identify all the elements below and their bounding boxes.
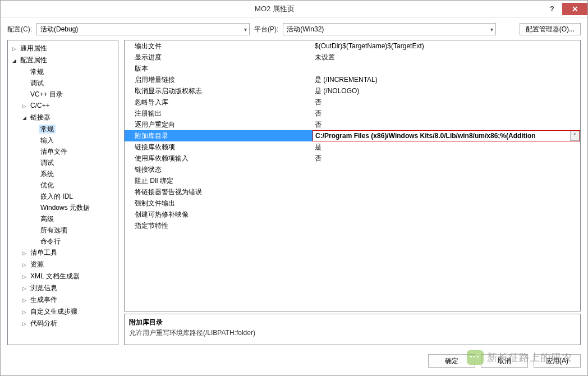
tree-node[interactable]: 常规 xyxy=(9,123,117,135)
property-value xyxy=(313,186,580,197)
property-value: 是 (/NOLOGO) xyxy=(313,85,580,96)
property-row[interactable]: 输出文件$(OutDir)$(TargetName)$(TargetExt) xyxy=(125,40,580,52)
property-row[interactable]: 启用增量链接是 (/INCREMENTAL) xyxy=(125,74,580,85)
tree-node[interactable]: ▷资源 xyxy=(9,259,117,270)
property-row[interactable]: 指定节特性 xyxy=(125,220,580,231)
property-row[interactable]: 将链接器警告视为错误 xyxy=(125,186,580,198)
config-value: 活动(Debug) xyxy=(40,25,78,34)
description-text: 允许用户重写环境库路径(/LIBPATH:folder) xyxy=(129,328,576,338)
property-grid[interactable]: 输出文件$(OutDir)$(TargetName)$(TargetExt)显示… xyxy=(124,40,581,311)
tree-node[interactable]: ▷清单工具 xyxy=(9,247,117,259)
tree-node[interactable]: ▷C/C++ xyxy=(9,100,117,112)
tree-expander-icon[interactable]: ▷ xyxy=(21,247,27,259)
tree-node-label: 命令行 xyxy=(39,237,62,246)
help-button[interactable]: ? xyxy=(544,3,560,15)
window-title: MO2 属性页 xyxy=(5,4,544,14)
tree-expander-icon[interactable]: ▷ xyxy=(21,100,27,112)
property-value: 未设置 xyxy=(313,52,580,62)
platform-label: 平台(P): xyxy=(254,25,278,34)
property-value xyxy=(313,175,580,186)
tree-expander-icon[interactable]: ▷ xyxy=(21,295,27,306)
tree-node-label: 链接器 xyxy=(29,113,52,122)
toolbar: 配置(C): 活动(Debug) ▾ 平台(P): 活动(Win32) ▾ 配置… xyxy=(1,17,587,40)
tree-node[interactable]: 调试 xyxy=(9,157,117,168)
tree-node[interactable]: 调试 xyxy=(9,77,117,89)
property-row[interactable]: 忽略导入库否 xyxy=(125,97,580,108)
tree-node[interactable]: ▷浏览信息 xyxy=(9,282,117,294)
chevron-down-icon: ▾ xyxy=(244,26,247,33)
apply-button[interactable]: 应用(A) xyxy=(534,354,581,368)
property-value: 是 (/INCREMENTAL) xyxy=(313,74,580,85)
tree-node-label: 所有选项 xyxy=(39,226,69,235)
tree-expander-icon[interactable]: ▷ xyxy=(21,318,27,329)
config-combo[interactable]: 活动(Debug) ▾ xyxy=(36,23,250,35)
property-row[interactable]: 版本 xyxy=(125,63,580,74)
description-title: 附加库目录 xyxy=(129,318,576,327)
cancel-button[interactable]: 取消 xyxy=(481,354,528,368)
property-row[interactable]: 显示进度未设置 xyxy=(125,52,580,63)
ok-button[interactable]: 确定 xyxy=(428,354,475,368)
dropdown-icon[interactable]: ˅ xyxy=(570,131,580,141)
tree-node-label: 输入 xyxy=(39,136,56,145)
tree-node[interactable]: 优化 xyxy=(9,180,117,191)
property-row[interactable]: 取消显示启动版权标志是 (/NOLOGO) xyxy=(125,85,580,97)
platform-combo[interactable]: 活动(Win32) ▾ xyxy=(283,23,496,35)
tree-node[interactable]: 常规 xyxy=(9,66,117,77)
tree-expander-icon[interactable]: ▷ xyxy=(11,43,17,54)
tree-expander-icon[interactable]: ▷ xyxy=(21,271,27,282)
tree-expander-icon[interactable]: ▷ xyxy=(21,259,27,270)
property-row[interactable]: 强制文件输出 xyxy=(125,198,580,209)
property-value: 否 xyxy=(313,108,580,118)
tree-expander-icon[interactable]: ▷ xyxy=(21,306,27,318)
tree-node-label: Windows 元数据 xyxy=(39,203,91,212)
property-value xyxy=(313,220,580,231)
property-value: 否 xyxy=(313,153,580,163)
tree-node-label: 清单文件 xyxy=(39,147,69,156)
property-value xyxy=(313,198,580,208)
tree-node-label: 嵌入的 IDL xyxy=(39,192,75,201)
button-bar: 确定 取消 应用(A) xyxy=(1,349,587,375)
tree-node[interactable]: ◢链接器 xyxy=(9,112,117,123)
close-button[interactable]: ✕ xyxy=(562,3,587,15)
tree-node[interactable]: 清单文件 xyxy=(9,146,117,157)
property-row[interactable]: 阻止 Dll 绑定 xyxy=(125,175,580,186)
tree-expander-icon[interactable]: ▷ xyxy=(21,283,27,294)
tree-node[interactable]: ▷自定义生成步骤 xyxy=(9,306,117,318)
property-name: 使用库依赖项输入 xyxy=(125,153,313,163)
tree-node[interactable]: Windows 元数据 xyxy=(9,202,117,213)
tree-node[interactable]: ▷通用属性 xyxy=(9,43,117,54)
category-tree[interactable]: ▷通用属性◢配置属性常规调试VC++ 目录▷C/C++◢链接器常规输入清单文件调… xyxy=(7,40,118,345)
property-name: 显示进度 xyxy=(125,52,313,62)
property-value[interactable]: C:/Program Files (x86)/Windows Kits/8.0/… xyxy=(313,130,580,141)
property-row[interactable]: 逐用户重定向否 xyxy=(125,119,580,130)
tree-node[interactable]: ▷XML 文档生成器 xyxy=(9,270,117,282)
tree-node-label: 常规 xyxy=(29,67,45,76)
tree-node[interactable]: ◢配置属性 xyxy=(9,54,117,66)
tree-node[interactable]: ▷代码分析 xyxy=(9,318,117,329)
tree-node[interactable]: 输入 xyxy=(9,135,117,146)
tree-node[interactable]: 系统 xyxy=(9,168,117,180)
tree-node[interactable]: ▷生成事件 xyxy=(9,294,117,306)
tree-node[interactable]: 嵌入的 IDL xyxy=(9,191,117,202)
property-row[interactable]: 注册输出否 xyxy=(125,108,580,119)
property-row[interactable]: 使用库依赖项输入否 xyxy=(125,153,580,164)
tree-node[interactable]: 所有选项 xyxy=(9,224,117,236)
property-row[interactable]: 附加库目录C:/Program Files (x86)/Windows Kits… xyxy=(125,130,580,141)
config-manager-button[interactable]: 配置管理器(O)... xyxy=(520,23,581,35)
property-row[interactable]: 链接状态 xyxy=(125,164,580,175)
tree-expander-icon[interactable]: ◢ xyxy=(11,55,17,66)
property-value: 否 xyxy=(313,97,580,107)
tree-node-label: 常规 xyxy=(39,125,56,134)
tree-node-label: 高级 xyxy=(39,214,56,223)
property-value: 否 xyxy=(313,119,580,130)
tree-node-label: XML 文档生成器 xyxy=(29,272,81,281)
title-bar: MO2 属性页 ? ✕ xyxy=(1,1,587,17)
property-name: 附加库目录 xyxy=(125,130,313,141)
property-row[interactable]: 链接库依赖项是 xyxy=(125,141,580,153)
tree-expander-icon[interactable]: ◢ xyxy=(21,112,27,123)
tree-node[interactable]: 高级 xyxy=(9,213,117,224)
tree-node[interactable]: 命令行 xyxy=(9,236,117,247)
tree-node[interactable]: VC++ 目录 xyxy=(9,89,117,100)
chevron-down-icon: ▾ xyxy=(490,26,493,33)
property-row[interactable]: 创建可热修补映像 xyxy=(125,209,580,220)
